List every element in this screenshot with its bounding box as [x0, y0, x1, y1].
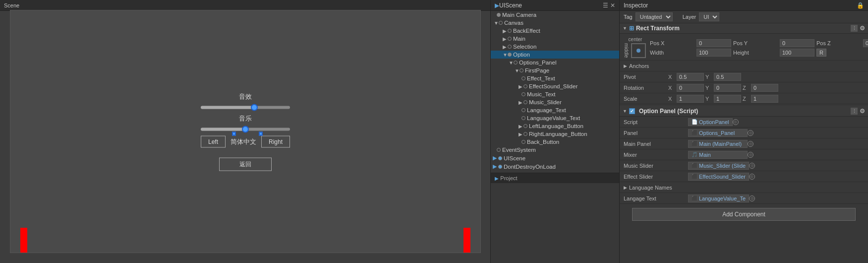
effect-slider-ref[interactable]: ⬛ EffectSound_Slider [688, 173, 749, 181]
pivot-y-input[interactable] [714, 73, 741, 81]
scale-x-input[interactable] [677, 95, 704, 103]
project-footer: ▶ Project [491, 173, 619, 183]
language-names-row: ▶ Language Names [620, 182, 868, 193]
rot-y-input[interactable] [714, 84, 741, 92]
effect-slider-track[interactable] [201, 106, 290, 109]
effect-slider-row [201, 106, 290, 109]
musictext-dot [521, 92, 525, 96]
selection-expand-arrow[interactable]: ▶ [503, 44, 508, 50]
effect-slider-handle[interactable] [251, 104, 258, 111]
script-ref[interactable]: 📄 OptionPanel [688, 118, 733, 126]
rotation-xyz: X Y Z [668, 84, 778, 92]
music-slider-ref[interactable]: ⬛ Music_Slider (Slide [688, 162, 749, 170]
hierarchy-item-back-button[interactable]: Back_Button [491, 138, 619, 146]
canvas-expand-arrow[interactable]: ▼ [494, 20, 499, 26]
hierarchy-item-eventsystem[interactable]: EventSystem [491, 146, 619, 154]
hierarchy-item-dontdestroy[interactable]: ▶ DontDestroyOnLoad [491, 162, 619, 171]
language-text-target-circle[interactable]: ◎ [749, 196, 755, 201]
script-target-circle[interactable]: ◎ [733, 119, 739, 125]
main-panel-ref[interactable]: ⬛ Main (MainPanel) [688, 140, 748, 148]
pivot-x-input[interactable] [677, 73, 704, 81]
hierarchy-list: Main Camera ▼ Canvas ▶ BackEffect ▶ Main… [491, 11, 619, 263]
hierarchy-item-firstpage[interactable]: ▼ FirstPage [491, 66, 619, 74]
height-input[interactable] [780, 49, 814, 57]
lock-icon[interactable]: 🔒 [857, 2, 864, 9]
mixer-target-circle[interactable]: ◎ [748, 152, 753, 158]
handle-right[interactable] [259, 132, 263, 136]
handle-left[interactable] [232, 132, 236, 136]
main-panel-target-circle[interactable]: ◎ [748, 141, 753, 147]
hierarchy-item-music-text[interactable]: Music_Text [491, 90, 619, 98]
hierarchy-item-main[interactable]: ▶ Main [491, 35, 619, 43]
anchor-row: middle [624, 42, 647, 59]
main-expand-arrow[interactable]: ▶ [503, 36, 508, 42]
pos-y-input[interactable] [780, 39, 814, 47]
hierarchy-item-effectsound-slider[interactable]: ▶ EffectSound_Slider [491, 82, 619, 90]
music-slider-target-circle[interactable]: ◎ [749, 163, 755, 169]
mixer-ref[interactable]: 🎵 Main [688, 151, 748, 159]
language-names-expand[interactable]: ▶ [624, 185, 627, 190]
hierarchy-close-icon[interactable]: ✕ [610, 2, 615, 9]
effectslider-expand-arrow[interactable]: ▶ [519, 84, 523, 89]
hierarchy-menu-icon[interactable]: ☰ [603, 2, 608, 9]
optionspanel-expand-arrow[interactable]: ▼ [509, 60, 514, 66]
canvas-dot [499, 21, 503, 25]
back-button[interactable]: 返回 [219, 158, 272, 171]
scale-z-input[interactable] [751, 95, 778, 103]
hierarchy-item-languagevalue-text[interactable]: LanguageValue_Text [491, 114, 619, 122]
scale-y-input[interactable] [714, 95, 741, 103]
hierarchy-item-music-slider[interactable]: ▶ Music_Slider [491, 98, 619, 106]
hierarchy-item-rightlang-button[interactable]: ▶ RightLanguage_Button [491, 130, 619, 138]
rect-transform-gear-icon[interactable]: ⚙ [860, 25, 865, 32]
hierarchy-item-effect-text[interactable]: Effect_Text [491, 74, 619, 82]
layer-select[interactable]: UI [699, 12, 719, 21]
hierarchy-item-main-camera[interactable]: Main Camera [491, 11, 619, 19]
hierarchy-item-backeffect[interactable]: ▶ BackEffect [491, 27, 619, 35]
effect-slider-target-circle[interactable]: ◎ [749, 174, 755, 180]
hierarchy-item-leftlang-button[interactable]: ▶ LeftLanguage_Button [491, 122, 619, 130]
hierarchy-item-selection[interactable]: ▶ Selection [491, 43, 619, 51]
leftlangbtn-expand-arrow[interactable]: ▶ [519, 124, 523, 129]
music-slider-handle[interactable] [242, 126, 249, 133]
option-panel-gear-icon[interactable]: ⚙ [860, 108, 865, 115]
option-expand-arrow[interactable]: ▼ [503, 52, 508, 58]
rot-x-input[interactable] [677, 84, 704, 92]
anchor-center-widget[interactable] [631, 43, 646, 58]
main-camera-label: Main Camera [502, 12, 536, 18]
backeffect-expand-arrow[interactable]: ▶ [503, 28, 508, 34]
rect-transform-expand[interactable]: ▼ [623, 26, 627, 31]
hierarchy-item-options-panel[interactable]: ▼ Options_Panel [491, 59, 619, 66]
rect-transform-more-btn[interactable]: ⋮ [851, 25, 858, 32]
inspector-panel: Inspector 🔒 Tag Untagted Layer UI ▼ ⊞ Re… [620, 0, 868, 263]
panel-ref[interactable]: ⬛ Options_Panel [688, 129, 748, 137]
option-panel-more-btn[interactable]: ⋮ [851, 108, 858, 115]
firstpage-expand-arrow[interactable]: ▼ [515, 68, 520, 73]
audio-label: 音效 [239, 92, 252, 101]
option-panel-expand[interactable]: ▼ [623, 109, 627, 114]
pos-z-input[interactable] [863, 39, 868, 47]
width-input[interactable] [696, 49, 731, 57]
tag-select[interactable]: Untagted [636, 12, 673, 21]
camera-dot [497, 13, 501, 17]
rightlangbtn-expand-arrow[interactable]: ▶ [519, 132, 523, 137]
hierarchy-item-language-text[interactable]: Language_Text [491, 106, 619, 114]
left-button[interactable]: Left [201, 136, 226, 148]
anchors-expand[interactable]: ▶ [624, 64, 627, 68]
option-panel-checkbox[interactable]: ✓ [629, 108, 635, 114]
panel-target-circle[interactable]: ◎ [748, 130, 753, 136]
pos-x-input[interactable] [696, 39, 731, 47]
hierarchy-item-option[interactable]: ▼ Option [491, 51, 619, 59]
right-button[interactable]: Right [261, 136, 290, 148]
hierarchy-item-canvas[interactable]: ▼ Canvas [491, 19, 619, 27]
musicslider-expand-arrow[interactable]: ▶ [519, 100, 523, 105]
hierarchy-item-uiscene[interactable]: ▶ UIScene [491, 154, 619, 162]
language-text-ref[interactable]: ⬛ LanguageValue_Te [688, 195, 749, 202]
middle-label: middle [624, 43, 629, 58]
scale-row: Scale X Y Z [620, 93, 868, 104]
firstpage-dot [520, 68, 523, 72]
pos-row: center middle Pos X Pos Y Pos Z [620, 36, 868, 61]
rot-z-input[interactable] [751, 84, 778, 92]
add-component-button[interactable]: Add Component [632, 208, 856, 221]
r-button[interactable]: R [816, 49, 826, 57]
music-slider-track[interactable] [201, 128, 290, 131]
